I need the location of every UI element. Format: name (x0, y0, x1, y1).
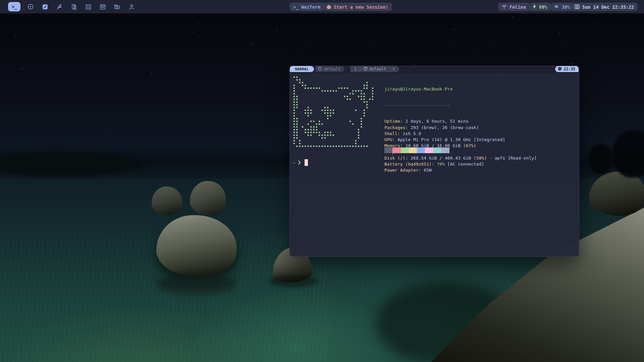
palette-swatch (425, 147, 433, 153)
tab-label: default (369, 67, 386, 71)
star (627, 16, 627, 17)
boulder-reflection (157, 272, 236, 294)
star (521, 22, 521, 22)
star (448, 42, 448, 42)
star (184, 35, 184, 35)
tree-silhouette (613, 131, 644, 178)
neofetch-separator: ------------------------- (384, 102, 537, 108)
star (83, 20, 84, 20)
book-icon[interactable] (69, 2, 78, 11)
star (562, 40, 563, 41)
neofetch-line: Packages: 293 (brew), 26 (brew-cask) (384, 125, 537, 131)
star (430, 37, 430, 37)
star (623, 23, 623, 24)
volume-status[interactable]: 38% (551, 3, 574, 11)
wifi-icon (502, 4, 507, 10)
tab-clock-text: 22:35 (564, 67, 575, 71)
star (253, 35, 254, 35)
star (205, 52, 205, 53)
star (277, 60, 277, 60)
star (534, 24, 534, 24)
session-label: Start a new Session! (334, 4, 388, 10)
tab-index: 1 : (354, 67, 362, 71)
star (641, 127, 641, 127)
star (95, 21, 95, 21)
neofetch-line: Shell: zsh 5.9 (384, 131, 537, 137)
tab-clock: 22:35 (555, 66, 579, 72)
palette-swatch (409, 147, 417, 153)
star (228, 55, 228, 56)
star (571, 63, 572, 64)
acrobat-icon[interactable] (55, 2, 64, 11)
star (626, 66, 626, 66)
neofetch-entries: Uptime: 2 days, 6 hours, 51 minsPackages… (384, 118, 537, 173)
star (156, 76, 156, 76)
neofetch-line: Power Adapter: 65W (384, 167, 537, 173)
wifi-status[interactable]: Felina (498, 3, 530, 11)
star (353, 39, 354, 40)
star (215, 19, 215, 19)
star (106, 37, 106, 37)
palette-swatch (392, 147, 400, 153)
star (157, 14, 157, 15)
star (139, 38, 139, 38)
battery-percent: 80% (539, 4, 547, 10)
star (383, 28, 384, 29)
prompt-chevron-icon (298, 160, 301, 165)
palette-swatch (433, 147, 441, 153)
star (187, 57, 187, 57)
clock-icon (558, 67, 562, 72)
window-icon (364, 67, 367, 71)
mode-badge: NORMAL (290, 66, 314, 72)
palette-swatch (441, 147, 449, 153)
star (198, 23, 199, 24)
star (565, 17, 566, 17)
star (170, 53, 170, 54)
neofetch-line: Battery (bq40z651): 79% [AC connected] (384, 161, 537, 167)
star (454, 29, 455, 30)
wezterm-window[interactable]: NORMAL default 1 : default + 22:35 (289, 66, 579, 257)
star (449, 29, 450, 29)
clock-status[interactable]: Sun 14 Dec 22:35:22 (571, 3, 638, 11)
star (183, 71, 184, 72)
star (383, 22, 383, 23)
wezterm-indicator[interactable]: >_ WezTerm (289, 3, 324, 11)
terminal-screen[interactable]: jirayu@Jirayus-MacBook-Pro -------------… (290, 73, 579, 256)
star (373, 45, 373, 45)
star (630, 90, 631, 90)
tomato-icon (327, 5, 331, 9)
terminal-prompt-icon: >_ (293, 4, 299, 10)
star (494, 13, 495, 14)
star (475, 54, 475, 54)
edit-icon[interactable] (41, 2, 49, 11)
calendar-icon[interactable] (84, 2, 93, 11)
terminal-icon[interactable]: >_ (8, 2, 20, 11)
star (15, 35, 16, 36)
ascii-cat-art (293, 76, 375, 149)
star (135, 64, 135, 65)
tab-1[interactable]: 1 : default + (350, 66, 399, 72)
datetime-text: Sun 14 Dec 22:35:22 (582, 4, 634, 10)
star (354, 19, 354, 19)
star (84, 39, 84, 39)
compass-icon[interactable] (26, 2, 35, 11)
workspace-tab[interactable]: default (315, 66, 344, 72)
palette-swatch (401, 147, 409, 153)
prompt-path: ~ (293, 160, 296, 165)
star (612, 39, 612, 39)
new-tab-button[interactable]: + (392, 67, 395, 71)
shell-prompt: ~ (293, 159, 308, 166)
star (170, 32, 170, 32)
star (521, 49, 521, 49)
speaker-icon (554, 4, 559, 10)
pomodoro-session-button[interactable]: Start a new Session! (323, 3, 392, 11)
battery-status[interactable]: 80% (529, 3, 551, 11)
star (382, 18, 382, 19)
camera-icon[interactable] (113, 2, 121, 11)
user-icon[interactable] (127, 2, 136, 11)
workflow-icon[interactable] (98, 2, 107, 11)
star (115, 88, 115, 88)
star (152, 73, 152, 74)
star (193, 32, 194, 33)
star (491, 42, 491, 42)
